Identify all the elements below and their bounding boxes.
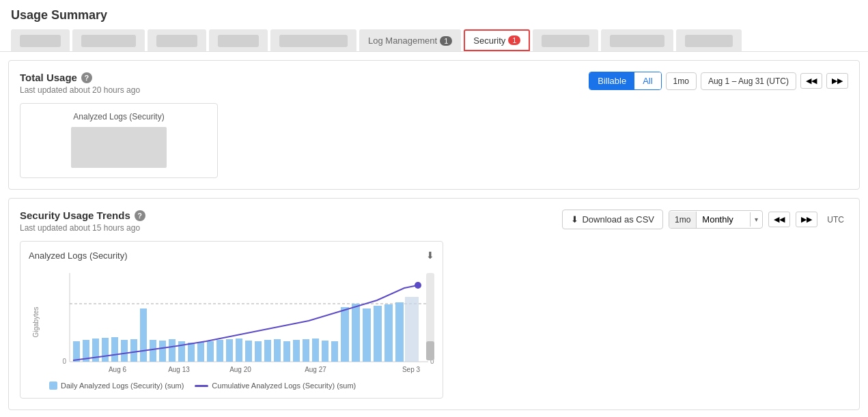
tab-security-label: Security xyxy=(473,35,505,46)
tab-security-badge: 1 xyxy=(508,35,520,45)
svg-rect-27 xyxy=(293,340,300,362)
download-label: Download as CSV xyxy=(582,214,654,225)
legend-label-daily: Daily Analyzed Logs (Security) (sum) xyxy=(61,382,184,390)
svg-rect-20 xyxy=(226,339,233,362)
period-granularity-wrap: 1mo Monthly Daily Weekly ▾ xyxy=(669,210,763,229)
total-usage-help-icon[interactable]: ? xyxy=(81,72,92,83)
legend-swatch-daily xyxy=(49,382,57,390)
svg-text:Aug 6: Aug 6 xyxy=(109,366,127,373)
svg-text:Aug 20: Aug 20 xyxy=(229,366,251,373)
tab-log-management-label: Log Management xyxy=(368,35,437,46)
tab-placeholder-3[interactable] xyxy=(148,29,206,51)
trends-section: Security Usage Trends ? Last updated abo… xyxy=(8,198,860,410)
svg-rect-26 xyxy=(283,341,290,362)
trends-nav-prev-button[interactable]: ◀◀ xyxy=(768,212,790,227)
svg-rect-4 xyxy=(73,341,80,362)
svg-rect-34 xyxy=(363,308,371,362)
svg-point-39 xyxy=(415,282,421,289)
tab-log-management[interactable]: Log Management 1 xyxy=(359,29,461,51)
svg-rect-8 xyxy=(111,337,118,362)
total-usage-chart-placeholder xyxy=(71,127,167,168)
period-button[interactable]: 1mo xyxy=(666,72,697,90)
tab-placeholder-8[interactable] xyxy=(676,29,742,51)
page-title: Usage Summary xyxy=(11,8,857,23)
download-icon: ⬇ xyxy=(571,214,578,225)
svg-rect-12 xyxy=(150,340,156,362)
svg-rect-25 xyxy=(274,339,281,362)
svg-rect-29 xyxy=(312,339,319,362)
analyzed-chart-container: Analyzed Logs (Security) ⬇ Gigabytes xyxy=(20,241,443,399)
billable-btn[interactable]: Billable xyxy=(589,72,634,89)
svg-rect-36 xyxy=(384,304,393,362)
total-usage-controls: Billable All 1mo Aug 1 – Aug 31 (UTC) ◀◀… xyxy=(589,72,848,90)
svg-rect-18 xyxy=(207,341,214,362)
granularity-select[interactable]: Monthly Daily Weekly xyxy=(697,211,750,228)
svg-rect-33 xyxy=(352,304,360,362)
nav-next-button[interactable]: ▶▶ xyxy=(826,73,848,89)
trends-subtitle: Last updated about 15 hours ago xyxy=(20,223,145,233)
legend-item-daily: Daily Analyzed Logs (Security) (sum) xyxy=(49,382,184,390)
tab-placeholder-5[interactable] xyxy=(270,29,356,51)
total-usage-section: Total Usage ? Last updated about 20 hour… xyxy=(8,60,860,190)
chart-svg-container: Gigabytes 0 xyxy=(29,266,434,377)
total-usage-chart-title: Analyzed Logs (Security) xyxy=(29,112,209,121)
svg-rect-10 xyxy=(130,339,137,362)
tab-placeholder-7[interactable] xyxy=(601,29,673,51)
svg-rect-35 xyxy=(374,306,382,362)
nav-prev-button[interactable]: ◀◀ xyxy=(800,73,822,89)
date-range: Aug 1 – Aug 31 (UTC) xyxy=(701,72,796,90)
trends-help-icon[interactable]: ? xyxy=(135,210,145,221)
tab-placeholder-4[interactable] xyxy=(209,29,268,51)
legend-line-cumulative xyxy=(195,385,208,387)
chart-download-button[interactable]: ⬇ xyxy=(426,250,434,261)
svg-rect-16 xyxy=(188,343,195,362)
svg-rect-13 xyxy=(159,341,166,362)
svg-rect-32 xyxy=(341,307,349,362)
svg-text:Aug 27: Aug 27 xyxy=(305,366,326,373)
total-usage-header: Total Usage ? Last updated about 20 hour… xyxy=(20,72,848,95)
tab-placeholder-6[interactable] xyxy=(533,29,598,51)
svg-rect-31 xyxy=(331,341,338,362)
trends-title-text: Security Usage Trends xyxy=(20,210,130,221)
y-axis-label: Gigabytes xyxy=(32,306,40,337)
trends-nav-next-button[interactable]: ▶▶ xyxy=(796,212,817,227)
period-small-btn[interactable]: 1mo xyxy=(669,212,697,228)
analyzed-chart-header: Analyzed Logs (Security) ⬇ xyxy=(29,250,434,261)
tab-placeholder-1[interactable] xyxy=(11,29,70,51)
svg-rect-28 xyxy=(303,339,309,362)
svg-text:Aug 13: Aug 13 xyxy=(168,366,190,373)
svg-rect-19 xyxy=(216,340,223,362)
svg-rect-11 xyxy=(140,308,147,362)
page-container: Usage Summary Log Management 1 Security … xyxy=(0,0,868,417)
total-usage-subtitle: Last updated about 20 hours ago xyxy=(20,85,140,95)
legend-label-cumulative: Cumulative Analyzed Logs (Security) (sum… xyxy=(212,382,356,390)
svg-rect-22 xyxy=(245,341,252,362)
svg-rect-37 xyxy=(395,302,404,362)
page-header: Usage Summary Log Management 1 Security … xyxy=(0,0,868,52)
svg-rect-9 xyxy=(121,340,128,362)
analyzed-chart-title: Analyzed Logs (Security) xyxy=(29,250,128,261)
tab-placeholder-2[interactable] xyxy=(72,29,145,51)
utc-label: UTC xyxy=(823,212,848,228)
trends-chart-svg: 0 xyxy=(49,266,435,375)
total-usage-chart-box: Analyzed Logs (Security) xyxy=(20,103,218,178)
scrollbar-thumb xyxy=(426,341,434,360)
svg-rect-14 xyxy=(169,339,176,362)
svg-rect-23 xyxy=(255,341,262,362)
tab-log-management-badge: 1 xyxy=(440,36,452,46)
chevron-down-icon: ▾ xyxy=(750,212,762,227)
all-btn[interactable]: All xyxy=(634,72,660,89)
chart-legend: Daily Analyzed Logs (Security) (sum) Cum… xyxy=(29,382,434,390)
chart-scrollbar[interactable] xyxy=(426,273,434,360)
tab-bar: Log Management 1 Security 1 xyxy=(11,29,857,51)
tab-security[interactable]: Security 1 xyxy=(464,29,530,51)
trends-controls: ⬇ Download as CSV 1mo Monthly Daily Week… xyxy=(562,210,848,229)
svg-rect-7 xyxy=(102,338,109,362)
svg-rect-21 xyxy=(236,339,242,362)
billable-all-toggle: Billable All xyxy=(589,72,661,90)
legend-item-cumulative: Cumulative Analyzed Logs (Security) (sum… xyxy=(195,382,356,390)
trends-header: Security Usage Trends ? Last updated abo… xyxy=(20,210,848,233)
svg-text:0: 0 xyxy=(62,358,66,365)
svg-text:Sep 3: Sep 3 xyxy=(402,366,421,373)
download-csv-button[interactable]: ⬇ Download as CSV xyxy=(562,210,663,229)
